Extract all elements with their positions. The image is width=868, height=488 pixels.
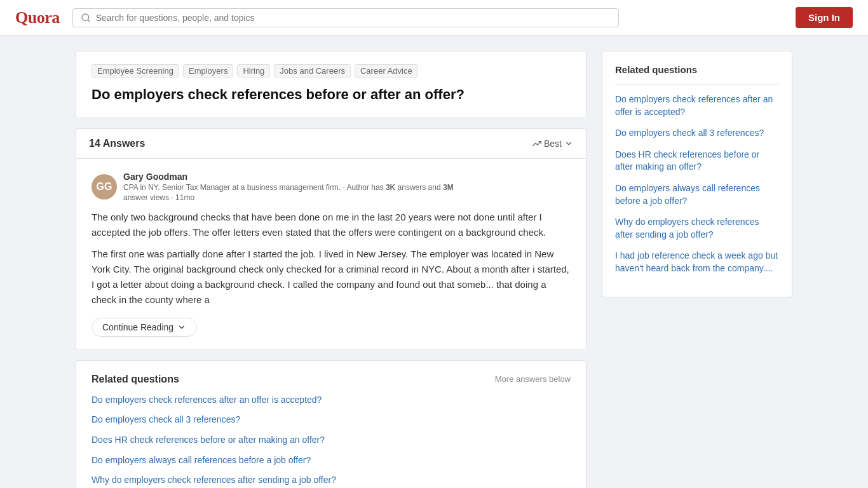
tag[interactable]: Employers	[183, 64, 233, 78]
answers-header: 14 Answers Best	[76, 128, 587, 158]
related-question-link[interactable]: Does HR check references before or after…	[92, 434, 571, 447]
sort-button[interactable]: Best	[532, 139, 573, 149]
answer-paragraph-2: The first one was partially done after I…	[92, 247, 571, 308]
related-question-link[interactable]: Do employers always call references befo…	[92, 454, 571, 467]
sidebar-related-link[interactable]: Does HR check references before or after…	[615, 149, 779, 173]
quora-logo[interactable]: Quora	[15, 8, 60, 27]
related-questions-inline: Related questions More answers below Do …	[76, 360, 587, 488]
page-wrapper: Employee ScreeningEmployersHiringJobs an…	[65, 36, 803, 488]
sidebar-card: Related questions Do employers check ref…	[602, 51, 792, 297]
answer-card: GG Gary Goodman CPA in NY. Senior Tax Ma…	[76, 158, 587, 350]
avatar: GG	[92, 174, 117, 200]
sidebar-related-link[interactable]: Do employers check references after an o…	[615, 93, 779, 118]
sidebar-links-list: Do employers check references after an o…	[615, 93, 779, 275]
sign-in-button[interactable]: Sign In	[796, 7, 853, 28]
sidebar-divider	[615, 84, 779, 85]
related-header: Related questions More answers below	[92, 374, 571, 385]
author-meta: answer views · 11mo	[123, 193, 454, 202]
trending-icon	[532, 139, 541, 148]
header: Quora Sign In	[0, 0, 868, 36]
more-answers-label: More answers below	[495, 374, 571, 384]
sidebar-column: Related questions Do employers check ref…	[602, 51, 792, 488]
tag[interactable]: Employee Screening	[92, 64, 179, 78]
chevron-down-icon	[177, 323, 186, 332]
tag[interactable]: Hiring	[237, 64, 270, 78]
sidebar-related-link[interactable]: Why do employers check references after …	[615, 216, 779, 241]
tag[interactable]: Jobs and Careers	[274, 64, 351, 78]
question-card: Employee ScreeningEmployersHiringJobs an…	[76, 51, 587, 118]
search-icon	[81, 13, 91, 23]
author-name: Gary Goodman	[123, 172, 454, 182]
author-info: Gary Goodman CPA in NY. Senior Tax Manag…	[123, 172, 454, 202]
related-links-list: Do employers check references after an o…	[92, 394, 571, 487]
tags-row: Employee ScreeningEmployersHiringJobs an…	[92, 64, 571, 78]
sidebar-related-link[interactable]: Do employers always call references befo…	[615, 182, 779, 207]
svg-line-1	[88, 20, 90, 22]
tag[interactable]: Career Advice	[355, 64, 418, 78]
answer-text: The only two background checks that have…	[92, 210, 571, 308]
author-row: GG Gary Goodman CPA in NY. Senior Tax Ma…	[92, 172, 571, 202]
answers-count: 14 Answers	[89, 138, 145, 149]
related-title: Related questions	[92, 374, 179, 385]
related-question-link[interactable]: Do employers check references after an o…	[92, 394, 571, 407]
sidebar-related-link[interactable]: Do employers check all 3 references?	[615, 127, 779, 140]
answer-paragraph-1: The only two background checks that have…	[92, 210, 571, 240]
sort-label: Best	[544, 139, 562, 149]
author-bio: CPA in NY. Senior Tax Manager at a busin…	[123, 183, 454, 192]
question-title: Do employers check references before or …	[92, 85, 571, 105]
chevron-down-icon	[564, 139, 573, 148]
sidebar-related-link[interactable]: I had job reference check a week ago but…	[615, 250, 779, 274]
search-bar	[72, 8, 619, 27]
continue-reading-button[interactable]: Continue Reading	[92, 318, 197, 337]
sidebar-title: Related questions	[615, 64, 779, 75]
search-input[interactable]	[96, 13, 611, 23]
main-column: Employee ScreeningEmployersHiringJobs an…	[76, 51, 587, 488]
related-question-link[interactable]: Do employers check all 3 references?	[92, 414, 571, 426]
related-question-link[interactable]: Why do employers check references after …	[92, 474, 571, 487]
